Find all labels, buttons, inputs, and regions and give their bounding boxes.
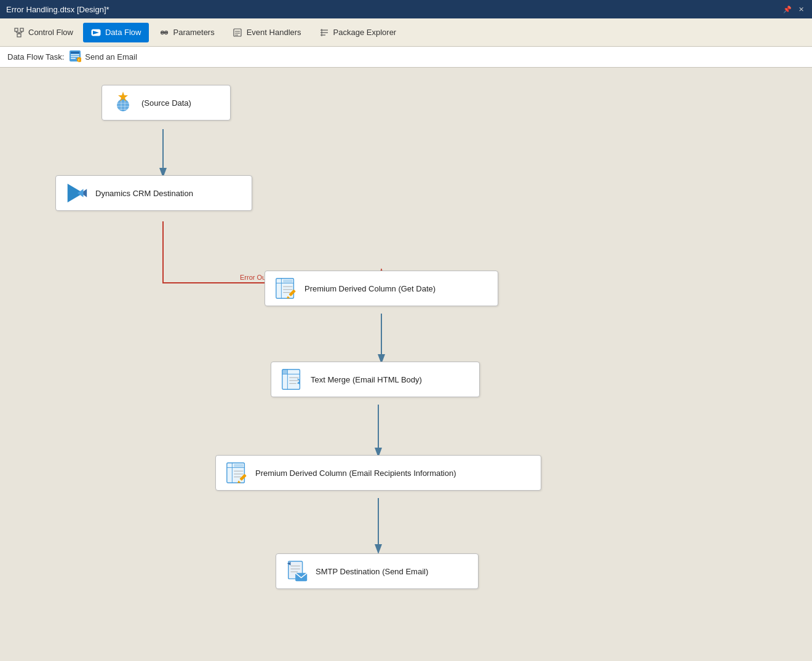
- tab-data-flow[interactable]: Data Flow: [83, 23, 149, 42]
- tab-parameters[interactable]: Parameters: [151, 23, 222, 42]
- node-derived-col-2[interactable]: Premium Derived Column (Email Recipients…: [215, 455, 541, 491]
- tab-data-flow-label: Data Flow: [105, 28, 141, 37]
- smtp-label: SMTP Destination (Send Email): [316, 567, 428, 576]
- smtp-icon: [285, 559, 309, 584]
- event-handlers-icon: [232, 27, 243, 38]
- data-flow-icon: [90, 27, 102, 38]
- title-bar-buttons: 📌 ✕: [782, 4, 806, 14]
- tab-control-flow-label: Control Flow: [28, 28, 73, 37]
- design-canvas[interactable]: Error Output: [0, 68, 812, 661]
- task-bar: Data Flow Task: ! Send an Email: [0, 47, 812, 68]
- crm-icon: [65, 181, 89, 205]
- task-bar-value-text: Send an Email: [85, 52, 137, 61]
- svg-rect-47: [283, 280, 292, 283]
- task-bar-value: ! Send an Email: [69, 50, 137, 64]
- node-smtp-dest[interactable]: SMTP Destination (Send Email): [276, 553, 479, 589]
- tab-parameters-label: Parameters: [173, 28, 215, 37]
- text-merge-icon: [280, 367, 304, 392]
- svg-rect-23: [71, 54, 79, 55]
- task-icon: !: [69, 50, 81, 64]
- svg-rect-22: [71, 52, 79, 53]
- tab-package-explorer-label: Package Explorer: [333, 28, 397, 37]
- title-bar: Error Handling.dtsx [Design]* 📌 ✕: [0, 0, 812, 18]
- svg-rect-56: [282, 370, 288, 374]
- tab-control-flow[interactable]: Control Flow: [6, 23, 81, 42]
- tab-event-handlers-label: Event Handlers: [247, 28, 301, 37]
- pin-button[interactable]: 📌: [782, 4, 792, 14]
- title-text: Error Handling.dtsx [Design]*: [6, 5, 109, 14]
- source-data-icon: [111, 90, 135, 115]
- node-crm-destination[interactable]: Dynamics CRM Destination: [55, 175, 252, 211]
- tab-bar: Control Flow Data Flow Parameters: [0, 18, 812, 47]
- source-data-label: (Source Data): [141, 98, 191, 108]
- svg-rect-0: [15, 28, 18, 31]
- svg-rect-64: [234, 464, 243, 467]
- derived-col-1-icon: [274, 276, 298, 301]
- close-button[interactable]: ✕: [796, 4, 806, 14]
- svg-text:!: !: [78, 58, 79, 62]
- tab-package-explorer[interactable]: Package Explorer: [311, 23, 404, 42]
- text-merge-label: Text Merge (Email HTML Body): [311, 375, 422, 384]
- package-explorer-icon: [319, 27, 330, 38]
- svg-rect-2: [17, 34, 21, 37]
- svg-rect-1: [20, 28, 23, 31]
- crm-label: Dynamics CRM Destination: [95, 189, 193, 198]
- control-flow-icon: [14, 27, 25, 38]
- svg-rect-25: [71, 58, 76, 59]
- node-derived-col-1[interactable]: Premium Derived Column (Get Date): [265, 271, 498, 306]
- derived-col-2-label: Premium Derived Column (Email Recipients…: [255, 469, 456, 478]
- task-bar-label: Data Flow Task:: [7, 52, 64, 61]
- derived-col-1-label: Premium Derived Column (Get Date): [304, 284, 436, 293]
- svg-rect-34: [117, 100, 129, 110]
- svg-rect-24: [71, 56, 79, 57]
- tab-event-handlers[interactable]: Event Handlers: [225, 23, 309, 42]
- node-text-merge[interactable]: Text Merge (Email HTML Body): [271, 362, 480, 397]
- parameters-icon: [159, 27, 170, 38]
- derived-col-2-icon: [225, 461, 249, 485]
- node-source-data[interactable]: (Source Data): [102, 85, 231, 121]
